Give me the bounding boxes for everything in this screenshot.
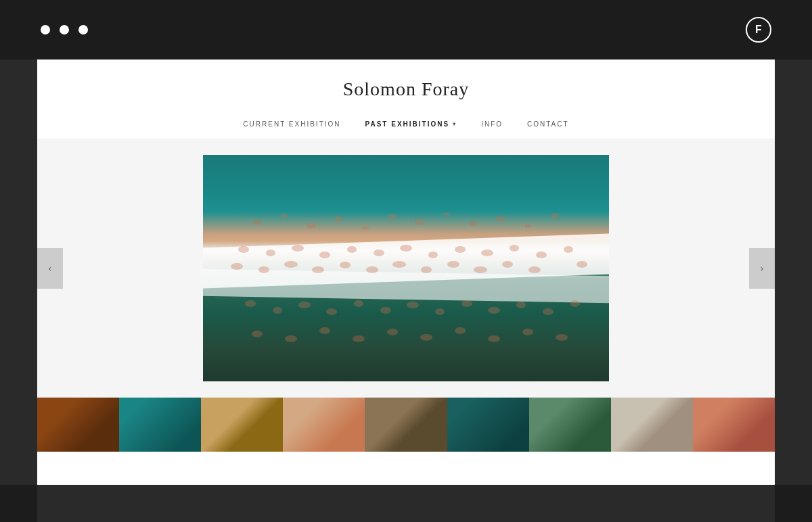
svg-point-31 (392, 261, 406, 268)
site-header: Solomon Foray CURRENT EXHIBITION PAST EX… (37, 60, 775, 139)
svg-point-48 (516, 302, 526, 308)
browser-dot-1[interactable] (41, 25, 50, 34)
main-exhibition-image (203, 155, 609, 381)
svg-point-53 (319, 327, 330, 334)
browser-dot-3[interactable] (78, 25, 88, 34)
svg-point-6 (415, 220, 424, 225)
svg-point-4 (362, 226, 369, 230)
svg-point-25 (231, 263, 243, 270)
svg-point-9 (496, 216, 505, 222)
thumbnail-4[interactable] (283, 398, 365, 452)
svg-point-39 (273, 307, 282, 314)
svg-point-0 (253, 220, 261, 225)
main-content-area: ‹ (37, 139, 775, 398)
svg-point-19 (428, 252, 438, 258)
thumbnail-strip (37, 398, 775, 452)
thumbnail-8[interactable] (611, 398, 693, 452)
thumbnail-7[interactable] (529, 398, 611, 452)
svg-point-11 (551, 213, 559, 218)
svg-point-43 (380, 307, 391, 314)
svg-point-49 (543, 308, 554, 315)
svg-point-47 (488, 307, 500, 314)
svg-point-3 (334, 216, 342, 222)
svg-point-46 (461, 300, 472, 307)
prev-image-button[interactable]: ‹ (37, 248, 63, 289)
svg-point-21 (481, 250, 493, 256)
svg-point-34 (474, 266, 487, 273)
browser-dots (41, 25, 88, 34)
svg-point-57 (455, 327, 466, 334)
svg-point-35 (502, 261, 513, 268)
svg-point-40 (298, 302, 311, 308)
svg-point-38 (245, 300, 256, 307)
svg-point-10 (524, 224, 531, 228)
svg-point-45 (435, 308, 445, 315)
svg-point-50 (570, 300, 580, 307)
svg-point-23 (536, 252, 547, 258)
svg-point-15 (319, 252, 330, 258)
svg-point-13 (266, 250, 275, 256)
browser-side-left (0, 60, 37, 485)
svg-point-59 (522, 329, 533, 335)
svg-point-14 (292, 245, 304, 252)
svg-point-60 (556, 334, 568, 341)
site-nav: CURRENT EXHIBITION PAST EXHIBITIONS ▾ IN… (37, 114, 775, 139)
svg-point-27 (284, 261, 298, 268)
svg-point-36 (528, 266, 541, 273)
past-exhibitions-arrow-icon: ▾ (453, 121, 457, 127)
svg-point-41 (326, 308, 337, 315)
svg-point-33 (447, 261, 459, 268)
svg-point-7 (443, 212, 450, 216)
thumbnail-1[interactable] (37, 398, 119, 452)
browser-topbar: F (0, 0, 812, 60)
favicon-icon: F (746, 17, 771, 43)
svg-point-44 (407, 302, 419, 308)
site-title: Solomon Foray (37, 78, 775, 100)
svg-point-12 (238, 246, 249, 253)
svg-point-26 (258, 266, 269, 273)
thumbnail-6[interactable] (447, 398, 529, 452)
nav-item-past-exhibitions[interactable]: PAST EXHIBITIONS ▾ (365, 120, 457, 128)
svg-point-22 (510, 245, 519, 252)
svg-point-17 (374, 250, 384, 256)
browser-viewport: Solomon Foray CURRENT EXHIBITION PAST EX… (37, 60, 775, 485)
nav-item-contact[interactable]: CONTACT (527, 120, 569, 128)
svg-point-37 (577, 261, 587, 268)
browser-side-bottom (37, 485, 775, 522)
svg-point-1 (281, 214, 288, 218)
svg-point-20 (455, 246, 466, 253)
nav-item-current-exhibition[interactable]: CURRENT EXHIBITION (243, 120, 340, 128)
svg-point-24 (564, 246, 573, 253)
next-arrow-icon: › (760, 262, 763, 275)
swimmers-svg (203, 155, 609, 381)
svg-point-42 (354, 300, 363, 307)
prev-arrow-icon: ‹ (48, 262, 51, 275)
svg-point-30 (366, 266, 378, 273)
svg-point-32 (421, 266, 432, 273)
svg-point-56 (420, 334, 432, 341)
svg-point-51 (252, 331, 263, 337)
svg-point-55 (387, 329, 398, 335)
nav-item-info[interactable]: INFO (481, 120, 503, 128)
svg-point-18 (400, 245, 412, 252)
svg-point-29 (340, 262, 351, 268)
browser-frame: F Solomon Foray CURRENT EXHIBITION PAST … (0, 0, 812, 522)
thumbnail-5[interactable] (365, 398, 447, 452)
svg-point-52 (285, 335, 297, 342)
svg-point-2 (307, 223, 316, 229)
svg-point-16 (347, 246, 357, 253)
svg-point-28 (312, 266, 324, 273)
browser-dot-2[interactable] (60, 25, 69, 34)
next-image-button[interactable]: › (749, 248, 775, 289)
thumbnail-3[interactable] (201, 398, 283, 452)
svg-point-5 (388, 214, 397, 220)
svg-point-8 (470, 221, 478, 227)
svg-point-54 (353, 335, 365, 342)
thumbnail-2[interactable] (119, 398, 201, 452)
browser-side-right (775, 60, 812, 485)
thumbnail-9[interactable] (693, 398, 775, 452)
svg-point-58 (488, 335, 500, 342)
